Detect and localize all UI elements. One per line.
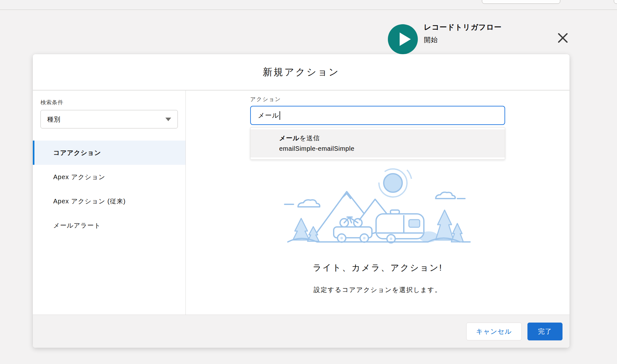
category-label: コアアクション: [53, 149, 101, 157]
modal-title: 新規アクション: [263, 66, 340, 79]
camping-illustration-svg: [279, 165, 476, 253]
flow-start-labels: レコードトリガフロー 開始: [424, 22, 502, 44]
new-action-modal: 新規アクション 検索条件 種別 コアアクション Apex アクション Apex …: [33, 54, 570, 348]
empty-state-title: ライト、カメラ、アクション!: [313, 262, 442, 273]
canvas-top-border: [0, 10, 617, 10]
caret-down-icon: [165, 118, 171, 121]
play-icon: [388, 24, 418, 55]
partial-toolbar-button-right[interactable]: [614, 0, 617, 4]
empty-state-subtitle: 設定するコアアクションを選択します。: [314, 286, 442, 294]
action-label: アクション: [250, 96, 505, 103]
action-search-value: メール: [258, 111, 279, 120]
category-label: Apex アクション: [53, 173, 105, 181]
action-search-input[interactable]: メール: [250, 106, 505, 125]
filter-type-select[interactable]: 種別: [40, 110, 178, 128]
suggestion-title-rest: を送信: [300, 135, 320, 142]
modal-header: 新規アクション: [33, 54, 570, 91]
flow-type-label: レコードトリガフロー: [424, 22, 502, 32]
modal-footer: キャンセル 完了: [33, 315, 570, 348]
suggestion-title-match: メール: [279, 135, 300, 142]
close-icon[interactable]: [557, 32, 569, 44]
partial-toolbar-button[interactable]: [482, 0, 560, 4]
text-caret: [279, 111, 280, 120]
category-item-apex-action[interactable]: Apex アクション: [33, 165, 185, 189]
flow-start-label: 開始: [424, 35, 502, 44]
cancel-button[interactable]: キャンセル: [466, 323, 522, 340]
suggestion-subtitle: emailSimple-emailSimple: [279, 145, 498, 152]
modal-body: 検索条件 種別 コアアクション Apex アクション Apex アクション (従…: [33, 91, 570, 315]
category-list: コアアクション Apex アクション Apex アクション (従来) メールアラ…: [33, 141, 185, 237]
category-item-core-action[interactable]: コアアクション: [33, 141, 185, 165]
action-search-group: アクション メール メールを送信 emailSimple-emailSimple: [250, 96, 505, 160]
suggestion-dropdown: メールを送信 emailSimple-emailSimple: [250, 127, 505, 160]
filter-type-value: 種別: [47, 115, 61, 124]
filter-label: 検索条件: [40, 99, 185, 106]
category-label: Apex アクション (従来): [53, 197, 126, 206]
category-label: メールアラート: [53, 221, 101, 230]
suggestion-item-send-email[interactable]: メールを送信 emailSimple-emailSimple: [250, 129, 505, 157]
category-item-apex-action-legacy[interactable]: Apex アクション (従来): [33, 189, 185, 213]
category-item-email-alert[interactable]: メールアラート: [33, 213, 185, 237]
suggestion-title: メールを送信: [279, 134, 498, 142]
camping-illustration: [279, 165, 476, 254]
done-button[interactable]: 完了: [527, 323, 563, 340]
flow-start-node[interactable]: [388, 24, 418, 55]
action-panel: アクション メール メールを送信 emailSimple-emailSimple: [186, 91, 570, 315]
filter-panel: 検索条件 種別 コアアクション Apex アクション Apex アクション (従…: [33, 91, 186, 315]
